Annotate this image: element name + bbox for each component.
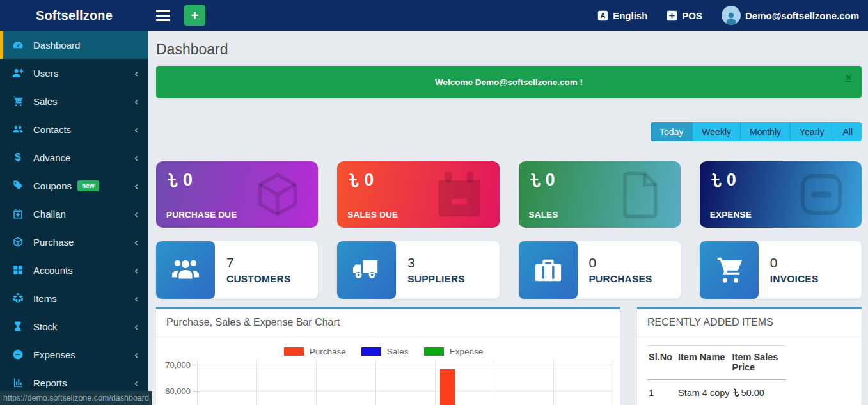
sidebar-item-accounts[interactable]: Accounts ‹ (0, 256, 148, 284)
chevron-left-icon: ‹ (134, 209, 138, 219)
chevron-left-icon: ‹ (134, 321, 138, 332)
brand-logo[interactable]: Softsellzone (0, 8, 148, 23)
recent-items-panel: RECENTLY ADDED ITEMS Sl.No Item Name Ite… (637, 307, 862, 405)
legend-swatch-expense (424, 347, 444, 356)
filter-monthly-button[interactable]: Monthly (741, 122, 791, 141)
date-filter-group: Today Weekly Monthly Yearly All (156, 122, 862, 141)
banner-close-button[interactable]: × (846, 72, 851, 83)
sidebar-item-users[interactable]: Users ‹ (0, 59, 148, 87)
customers-label: CUSTOMERS (226, 273, 291, 285)
sidebar-item-items[interactable]: Items ‹ (0, 284, 148, 312)
users-group-icon (12, 123, 24, 135)
sidebar-item-dashboard[interactable]: Dashboard (0, 31, 148, 59)
col-header-slno: Sl.No (647, 346, 677, 380)
purchases-label: PURCHASES (589, 273, 652, 285)
taka-icon (710, 171, 722, 189)
cube-watermark-icon (251, 168, 304, 221)
minus-circle-icon (12, 349, 24, 360)
purchase-due-label: PURCHASE DUE (166, 210, 237, 219)
bar-chart-panel: Purchase, Sales & Expense Bar Chart Purc… (156, 307, 620, 405)
suppliers-icon-block (337, 241, 396, 299)
sidebar-item-label: Users (33, 68, 58, 79)
filter-weekly-button[interactable]: Weekly (693, 122, 741, 141)
y-tick-mark (193, 391, 196, 392)
row-item-price: 50.00 (731, 379, 786, 405)
recent-items-table: Sl.No Item Name Item Sales Price 1 Stam … (647, 345, 786, 405)
shopping-cart-icon (714, 255, 744, 285)
welcome-message: Welcome Demo@softsellzone.com ! (435, 77, 583, 87)
top-navbar: Softsellzone + A English POS Demo@softse… (0, 0, 868, 31)
customers-count: 7 (226, 255, 291, 271)
expense-label: EXPENSE (710, 210, 752, 219)
purchase-due-card: 0 PURCHASE DUE (156, 161, 318, 228)
language-menu[interactable]: A English (597, 10, 647, 21)
quick-add-button[interactable]: + (184, 5, 205, 26)
chevron-left-icon: ‹ (134, 180, 138, 191)
sidebar-item-advance[interactable]: $ Advance ‹ (0, 143, 148, 171)
invoices-card: 0 INVOICES (700, 241, 862, 299)
purchases-card: 0 PURCHASES (519, 241, 681, 299)
stat-cards-row: 7 CUSTOMERS 3 SUPPLIERS 0 PURCHASES (156, 241, 862, 299)
chart-title: Purchase, Sales & Expense Bar Chart (166, 317, 340, 328)
cubes-icon (12, 292, 24, 304)
sidebar-item-label: Advance (33, 152, 70, 163)
filter-yearly-button[interactable]: Yearly (791, 122, 833, 141)
main-content: Dashboard Welcome Demo@softsellzone.com … (148, 31, 868, 405)
dollar-icon: $ (12, 152, 24, 163)
filter-all-button[interactable]: All (833, 122, 862, 141)
y-axis-tick-70000: 70,000 (156, 360, 191, 370)
legend-label-sales: Sales (387, 347, 409, 356)
sidebar-item-sales[interactable]: Sales ‹ (0, 87, 148, 115)
divider (637, 337, 862, 337)
chevron-left-icon: ‹ (134, 237, 138, 248)
gridline (613, 360, 613, 405)
grid-icon (12, 264, 24, 276)
sales-due-amount: 0 (364, 170, 374, 190)
sidebar-item-label: Challan (33, 209, 66, 219)
legend-swatch-sales (361, 347, 381, 356)
chevron-left-icon: ‹ (134, 265, 138, 276)
sidebar-item-label: Dashboard (33, 40, 80, 51)
sidebar-item-label: Purchase (33, 237, 74, 248)
hourglass-icon (12, 321, 24, 332)
pos-menu[interactable]: POS (667, 10, 702, 21)
recent-items-title: RECENTLY ADDED ITEMS (647, 317, 773, 328)
gridline (435, 360, 436, 405)
welcome-banner: Welcome Demo@softsellzone.com ! × (156, 66, 862, 98)
language-icon: A (597, 10, 608, 21)
calendar-minus-watermark-icon (433, 168, 485, 221)
sidebar-item-stock[interactable]: Stock ‹ (0, 312, 148, 340)
hamburger-menu-icon[interactable] (156, 10, 170, 21)
taka-icon (166, 171, 178, 189)
gridline (197, 365, 613, 365)
sales-card: 0 SALES (519, 161, 681, 228)
purchases-icon-block (519, 241, 578, 299)
svg-text:A: A (601, 12, 606, 19)
sidebar-item-coupons[interactable]: Coupons new ‹ (0, 171, 148, 200)
invoices-label: INVOICES (770, 273, 819, 285)
user-plus-icon (12, 67, 24, 79)
sidebar-item-contacts[interactable]: Contacts ‹ (0, 115, 148, 143)
gridline (256, 360, 257, 405)
gridline (316, 360, 317, 405)
legend-swatch-purchase (284, 347, 304, 356)
table-row: 1 Stam 4 copy 50.00 (647, 379, 786, 405)
minus-square-watermark-icon (795, 168, 848, 221)
sidebar-item-label: Items (33, 293, 57, 304)
chevron-left-icon: ‹ (134, 96, 138, 107)
chart-legend: Purchase Sales Expense (156, 347, 620, 356)
gridline (553, 360, 554, 405)
filter-today-button[interactable]: Today (651, 122, 693, 141)
sidebar-item-purchase[interactable]: Purchase ‹ (0, 228, 148, 256)
dashboard-icon (12, 39, 24, 51)
user-menu[interactable]: Demo@softsellzone.com (722, 6, 859, 25)
expense-card: 0 EXPENSE (700, 161, 862, 228)
sidebar-item-label: Coupons (33, 180, 72, 191)
sales-due-label: SALES DUE (347, 210, 398, 219)
sidebar-item-challan[interactable]: Challan ‹ (0, 200, 148, 228)
sales-label: SALES (529, 210, 558, 219)
sidebar-item-expenses[interactable]: Expenses ‹ (0, 340, 148, 369)
customers-icon-block (156, 241, 215, 299)
pos-label: POS (682, 10, 702, 21)
taka-icon (347, 171, 359, 189)
